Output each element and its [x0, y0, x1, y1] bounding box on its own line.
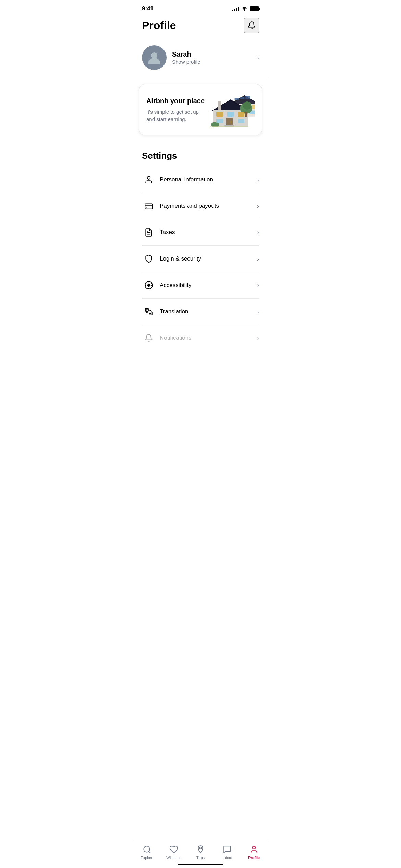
battery-icon — [250, 6, 259, 11]
taxes-chevron: › — [257, 229, 259, 236]
profile-row[interactable]: Sarah Show profile › — [134, 38, 267, 77]
payments-label: Payments and payouts — [160, 203, 257, 209]
login-security-label: Login & security — [160, 255, 257, 262]
translation-icon — [142, 305, 156, 318]
settings-item-taxes[interactable]: Taxes › — [142, 219, 259, 246]
personal-information-label: Personal information — [160, 176, 257, 183]
settings-item-login-security[interactable]: Login & security › — [142, 246, 259, 272]
notifications-chevron: › — [257, 335, 259, 342]
svg-point-34 — [146, 207, 147, 208]
status-time: 9:41 — [142, 5, 154, 12]
svg-rect-23 — [227, 112, 234, 117]
login-security-chevron: › — [257, 255, 259, 263]
avatar-person-icon — [146, 49, 162, 66]
svg-point-28 — [230, 121, 232, 123]
settings-item-payments-and-payouts[interactable]: Payments and payouts › — [142, 193, 259, 219]
profile-name: Sarah — [172, 50, 257, 58]
svg-point-31 — [147, 176, 150, 179]
status-bar: 9:41 — [134, 0, 267, 15]
avatar — [142, 45, 167, 70]
svg-rect-25 — [216, 119, 223, 123]
svg-point-19 — [243, 101, 251, 110]
page-header: Profile — [134, 15, 267, 38]
svg-rect-5 — [240, 97, 244, 99]
svg-rect-20 — [245, 112, 247, 117]
svg-rect-24 — [238, 112, 244, 117]
profile-chevron-icon: › — [257, 54, 259, 61]
payments-chevron: › — [257, 203, 259, 210]
house-illustration — [210, 93, 255, 127]
svg-rect-27 — [226, 118, 233, 126]
settings-item-translation[interactable]: Translation › — [142, 299, 259, 325]
svg-rect-32 — [145, 204, 153, 209]
taxes-icon — [142, 226, 156, 239]
airbnb-card-title: Airbnb your place — [146, 97, 207, 105]
svg-rect-6 — [245, 96, 250, 99]
airbnb-card-text: Airbnb your place It's simple to get set… — [146, 97, 207, 123]
payments-icon — [142, 199, 156, 213]
login-security-icon — [142, 252, 156, 266]
signal-icon — [232, 6, 239, 11]
accessibility-icon — [142, 278, 156, 292]
svg-point-0 — [151, 52, 157, 59]
translation-label: Translation — [160, 308, 257, 315]
svg-rect-26 — [238, 119, 244, 123]
settings-list: Personal information › Payments and payo… — [134, 167, 267, 355]
notifications-item-icon — [142, 331, 156, 345]
page-title: Profile — [142, 19, 176, 32]
taxes-label: Taxes — [160, 229, 257, 236]
bell-icon — [247, 21, 256, 30]
translation-chevron: › — [257, 308, 259, 315]
airbnb-place-card[interactable]: Airbnb your place It's simple to get set… — [139, 84, 262, 135]
personal-information-chevron: › — [257, 176, 259, 183]
accessibility-chevron: › — [257, 282, 259, 289]
svg-rect-17 — [218, 101, 221, 110]
accessibility-label: Accessibility — [160, 282, 257, 289]
settings-item-personal-information[interactable]: Personal information › — [142, 167, 259, 193]
settings-item-notifications[interactable]: Notifications › — [142, 325, 259, 355]
svg-rect-4 — [235, 98, 239, 100]
settings-title: Settings — [142, 150, 259, 161]
personal-information-icon — [142, 173, 156, 186]
svg-rect-30 — [210, 126, 248, 127]
settings-section: Settings — [134, 142, 267, 161]
svg-rect-22 — [216, 112, 223, 117]
profile-subtitle: Show profile — [172, 59, 257, 65]
notifications-item-label: Notifications — [160, 335, 257, 341]
settings-item-accessibility[interactable]: Accessibility › — [142, 272, 259, 299]
notifications-button[interactable] — [244, 18, 259, 33]
status-icons — [232, 6, 259, 11]
airbnb-card-description: It's simple to get set up and start earn… — [146, 108, 207, 123]
wifi-icon — [241, 6, 247, 11]
profile-info: Sarah Show profile — [172, 50, 257, 65]
